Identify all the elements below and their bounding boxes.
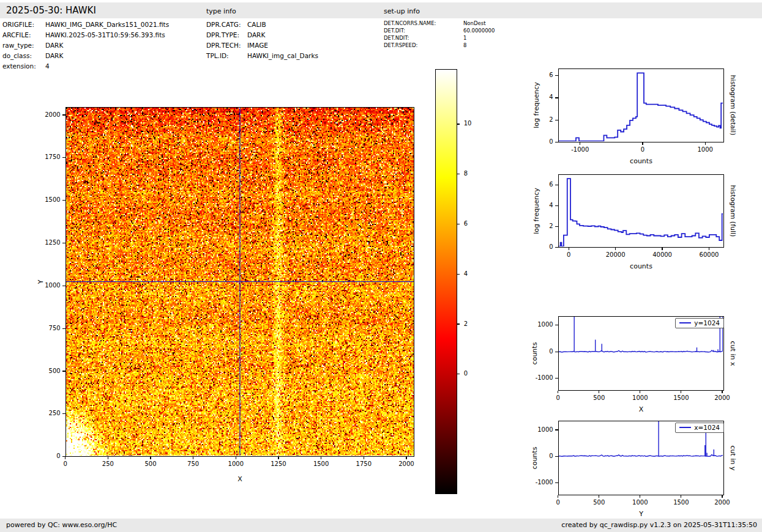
info-label: do_class: xyxy=(2,52,32,59)
y-tick-label: 0 xyxy=(524,138,553,145)
y-tick-label: 1750 xyxy=(31,153,61,160)
colorbar-tick xyxy=(457,174,460,174)
info-value: 1 xyxy=(463,35,466,41)
right-axis-title: cut in x xyxy=(729,341,737,366)
x-tick-label: 1000 xyxy=(228,460,244,467)
y-tick xyxy=(555,185,558,185)
colorbar xyxy=(435,69,457,494)
y-tick-label: 1000 xyxy=(31,282,61,289)
colorbar-tick xyxy=(457,374,460,374)
x-tick xyxy=(558,495,558,498)
section-heading-setup-info: set-up info xyxy=(384,7,420,15)
right-axis-title: histogram (detail) xyxy=(729,75,737,136)
y-axis-label: counts xyxy=(530,342,538,364)
main-image-plot xyxy=(65,107,415,457)
x-tick xyxy=(662,248,662,250)
x-tick-label: 0 xyxy=(641,146,644,153)
info-label: DPR.CATG: xyxy=(206,21,241,28)
colorbar-tick-label: 2 xyxy=(464,320,468,327)
x-tick xyxy=(599,495,599,498)
y-tick xyxy=(555,226,558,227)
y-tick-label: 0 xyxy=(524,453,553,459)
x-tick-label: -1000 xyxy=(571,146,589,153)
y-tick-label: 0 xyxy=(524,348,553,355)
x-tick xyxy=(722,391,722,393)
x-axis-label: Y xyxy=(639,510,643,518)
colorbar-tick-label: 8 xyxy=(464,170,468,177)
info-value: HAWKI_img_cal_Darks xyxy=(247,52,318,59)
y-tick-label: 1500 xyxy=(31,196,61,203)
y-tick-label: 0 xyxy=(31,453,61,459)
y-tick-label: 500 xyxy=(31,368,61,374)
x-tick xyxy=(569,248,569,250)
info-value: 8 xyxy=(463,42,466,48)
x-tick xyxy=(599,391,599,393)
page-title: 2025-05-30: HAWKI xyxy=(6,5,96,16)
info-value: HAWKI_IMG_DARK_Darks151_0021.fits xyxy=(45,21,169,28)
x-tick xyxy=(321,457,321,459)
y-tick xyxy=(62,286,65,286)
info-value: NonDest xyxy=(463,20,485,26)
info-label: DPR.TYPE: xyxy=(206,31,239,39)
y-tick-label: -1000 xyxy=(524,479,553,486)
y-tick xyxy=(555,378,558,379)
info-label: DET.DIT: xyxy=(384,28,405,34)
y-tick xyxy=(62,243,65,243)
x-tick xyxy=(709,248,709,250)
x-tick-label: 1000 xyxy=(697,146,712,153)
main-image-canvas xyxy=(66,108,414,456)
hist-detail-plot xyxy=(558,68,725,142)
colorbar-tick-label: 10 xyxy=(464,120,472,127)
x-tick xyxy=(642,142,643,145)
colorbar-tick xyxy=(457,274,460,275)
info-value: CALIB xyxy=(247,21,266,28)
x-tick-label: 250 xyxy=(102,460,114,467)
x-tick-label: 60000 xyxy=(700,251,719,258)
info-label: DET.RSPEED: xyxy=(384,42,417,48)
x-tick xyxy=(640,495,640,498)
footer-created-by: created by qc_rawdisp.py v1.2.3 on 2025-… xyxy=(561,521,757,529)
x-axis-label: counts xyxy=(630,157,652,165)
x-tick xyxy=(681,391,681,393)
info-label: ARCFILE: xyxy=(2,31,31,39)
y-tick xyxy=(62,456,65,457)
colorbar-tick-label: 6 xyxy=(464,220,468,227)
y-axis-label: counts xyxy=(530,447,538,470)
legend-line-sample xyxy=(679,427,691,428)
info-value: 4 xyxy=(45,62,50,70)
info-value: DARK xyxy=(45,52,63,59)
hist-detail-curve xyxy=(559,69,723,141)
legend-label: y=1024 xyxy=(694,319,720,327)
colorbar-tick-label: 4 xyxy=(464,270,468,277)
y-tick xyxy=(62,200,65,201)
legend-line-sample xyxy=(679,322,691,323)
info-value: HAWKI.2025-05-31T10:59:56.393.fits xyxy=(45,31,165,39)
x-tick-label: 0 xyxy=(64,460,67,467)
x-tick xyxy=(150,457,151,459)
y-axis-label: Y xyxy=(36,279,44,284)
x-tick-label: 500 xyxy=(593,394,605,401)
y-tick xyxy=(555,482,558,483)
x-tick-label: 1750 xyxy=(356,460,372,467)
info-value: DARK xyxy=(247,31,265,39)
x-tick-label: 40000 xyxy=(652,251,672,258)
info-label: DET.NCORRS.NAME: xyxy=(384,20,436,26)
x-tick xyxy=(722,495,722,498)
y-tick xyxy=(62,114,65,115)
section-heading-type-info: type info xyxy=(206,7,236,15)
x-tick-label: 0 xyxy=(556,394,560,401)
x-tick xyxy=(236,457,236,459)
legend: x=1024 xyxy=(675,423,724,433)
y-tick-label: 2000 xyxy=(31,111,61,118)
info-label: TPL.ID: xyxy=(206,52,229,59)
x-axis-label: counts xyxy=(630,262,652,270)
y-axis-label: log frequency xyxy=(532,188,540,234)
x-tick xyxy=(108,457,108,459)
info-label: DET.NDIT: xyxy=(384,35,409,41)
x-tick-label: 750 xyxy=(187,460,199,467)
footer-powered-by: powered by QC: www.eso.org/HC xyxy=(6,521,117,529)
info-label: DPR.TECH: xyxy=(206,42,241,49)
y-tick-label: 250 xyxy=(31,410,61,416)
x-tick xyxy=(640,391,640,393)
x-tick xyxy=(580,142,580,145)
